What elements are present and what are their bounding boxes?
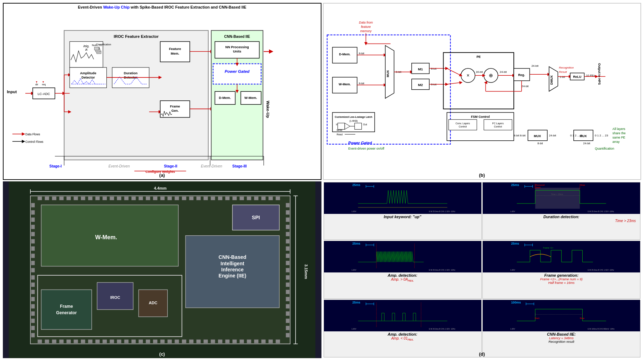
- svg-text:∂sig.: ∂sig.: [83, 45, 89, 48]
- osc-screen-d5: 25ms: [324, 300, 481, 331]
- svg-text:25ms: 25ms: [352, 183, 360, 187]
- svg-text:Power Gated: Power Gated: [225, 69, 250, 74]
- svg-rect-262: [286, 210, 289, 214]
- svg-text:1.00V: 1.00V: [510, 210, 515, 212]
- svg-text:ReLU: ReLU: [573, 75, 581, 79]
- svg-rect-234: [225, 339, 229, 343]
- osc-screen-d6: 100ms: [483, 300, 640, 331]
- svg-text:E M 100ms  B CH2 960mV  -10Hz: E M 100ms B CH2 960mV -10Hz: [588, 328, 615, 330]
- svg-rect-190: [153, 196, 157, 200]
- svg-text:W-Mem.: W-Mem.: [95, 234, 117, 240]
- svg-text:CNN-Based IIE: CNN-Based IIE: [224, 35, 250, 39]
- svg-rect-254: [31, 290, 35, 294]
- svg-rect-249: [31, 254, 35, 258]
- svg-text:25ms: 25ms: [511, 183, 519, 187]
- svg-rect-182: [95, 196, 100, 200]
- svg-rect-238: [254, 339, 258, 343]
- osc-panel-d1: 25ms 1.00V E M 25.0ms B CH1 1.52V -10Hz …: [324, 182, 482, 240]
- svg-rect-269: [286, 261, 289, 265]
- svg-text:E M 25.0ms  B CH1 1.52V  -10Hz: E M 25.0ms B CH1 1.52V -10Hz: [429, 328, 455, 330]
- svg-rect-271: [286, 275, 289, 279]
- svg-text:Control: Control: [458, 125, 467, 128]
- svg-rect-261: [286, 203, 289, 207]
- osc-panel-d6: 100ms: [482, 300, 640, 358]
- d2-title: Duration detection:: [484, 215, 639, 219]
- svg-text:0 1 2 ... 23: 0 1 2 ... 23: [595, 134, 608, 137]
- svg-rect-223: [146, 339, 150, 343]
- svg-rect-209: [45, 339, 49, 343]
- svg-rect-176: [52, 196, 56, 200]
- svg-rect-205: [261, 196, 265, 200]
- d5-sublabel: Amp. < 01Hex.: [325, 336, 480, 341]
- svg-rect-259: [31, 326, 35, 330]
- svg-rect-175: [45, 196, 49, 200]
- svg-text:25ms: 25ms: [511, 242, 519, 245]
- svg-rect-199: [218, 196, 222, 200]
- svg-text:ADC: ADC: [149, 300, 157, 305]
- svg-rect-247: [31, 239, 35, 243]
- svg-text:Engine (IIE): Engine (IIE): [219, 272, 247, 278]
- svg-text:In: In: [336, 124, 338, 126]
- d5-title: Amp. detection:: [325, 332, 480, 336]
- svg-rect-210: [52, 339, 56, 343]
- svg-text:W-Mem.: W-Mem.: [339, 82, 351, 86]
- svg-text:LC-ADC: LC-ADC: [37, 92, 50, 96]
- svg-rect-192: [167, 196, 172, 200]
- svg-rect-239: [261, 339, 265, 343]
- panel-a: Event-Driven Wake-Up Chip with Spike-Bas…: [3, 3, 321, 180]
- svg-text:memory: memory: [360, 29, 372, 33]
- svg-text:D-Mem.: D-Mem.: [339, 52, 350, 56]
- osc-screen-d3: 25ms 1.00V E M 25.0ms B CH1 1.52V -10Hz: [324, 241, 481, 272]
- svg-text:Power Gated: Power Gated: [348, 141, 372, 145]
- svg-text:Write: Write: [336, 129, 342, 131]
- svg-rect-189: [146, 196, 150, 200]
- svg-rect-242: [31, 203, 35, 207]
- svg-text:1-bit: 1-bit: [559, 75, 565, 79]
- svg-text:share the: share the: [612, 131, 625, 135]
- svg-text:MUX: MUX: [534, 134, 541, 138]
- d2-sublabel: Time > 23ms: [484, 219, 639, 223]
- svg-text:same PE: same PE: [612, 136, 625, 139]
- d1-title: Input keyword: "up": [325, 215, 480, 219]
- svg-text:1.00V: 1.00V: [351, 269, 356, 271]
- panel-c: 4.4mm 3.15mm W-Mem. SPI CNN-Based Intell…: [3, 181, 321, 359]
- svg-rect-257: [31, 311, 35, 316]
- svg-rect-235: [232, 339, 237, 343]
- svg-rect-268: [286, 254, 289, 258]
- svg-text:Stop: Stop: [580, 184, 585, 186]
- svg-rect-194: [182, 196, 186, 200]
- svg-text:Out: Out: [363, 124, 367, 126]
- svg-text:Frame <1>: Frame <1>: [543, 247, 553, 249]
- svg-rect-229: [189, 339, 193, 343]
- d3-title: Amp. detection:: [325, 273, 480, 277]
- svg-rect-47: [213, 64, 261, 84]
- svg-text:Stage-I: Stage-I: [49, 164, 62, 168]
- panel-b-label: (b): [479, 172, 485, 178]
- svg-text:Wake-Up: Wake-Up: [266, 101, 270, 118]
- svg-text:Mem.: Mem.: [171, 52, 179, 55]
- svg-rect-148: [354, 123, 361, 130]
- svg-rect-185: [117, 196, 121, 200]
- svg-rect-187: [131, 196, 136, 200]
- osc-screen-d4: 25ms Frame <1> 1.00V E M 25.0ms B CH1 1.…: [483, 241, 640, 272]
- svg-rect-217: [102, 339, 107, 343]
- panel-d-grid: 25ms 1.00V E M 25.0ms B CH1 1.52V -10Hz …: [323, 181, 642, 359]
- svg-text:1.00V: 1.00V: [510, 269, 515, 271]
- svg-text:M1: M1: [418, 67, 423, 71]
- d4-sublabel: Frame <1>...(Frame num = 9): [484, 277, 639, 281]
- svg-rect-180: [81, 196, 85, 200]
- svg-rect-181: [88, 196, 92, 200]
- svg-rect-256: [31, 304, 35, 308]
- svg-rect-297: [41, 290, 92, 329]
- svg-rect-251: [31, 268, 35, 272]
- svg-rect-227: [175, 339, 179, 343]
- svg-text:array: array: [612, 140, 620, 144]
- svg-rect-253: [31, 282, 35, 287]
- svg-text:Start: Start: [536, 186, 540, 189]
- svg-rect-267: [286, 246, 289, 251]
- svg-text:×: ×: [466, 72, 469, 78]
- svg-text:0 1 2 ... 7: 0 1 2 ... 7: [570, 134, 582, 137]
- svg-text:IROC: IROC: [110, 295, 120, 299]
- panel-c-label: (c): [159, 351, 165, 357]
- svg-rect-220: [124, 339, 128, 343]
